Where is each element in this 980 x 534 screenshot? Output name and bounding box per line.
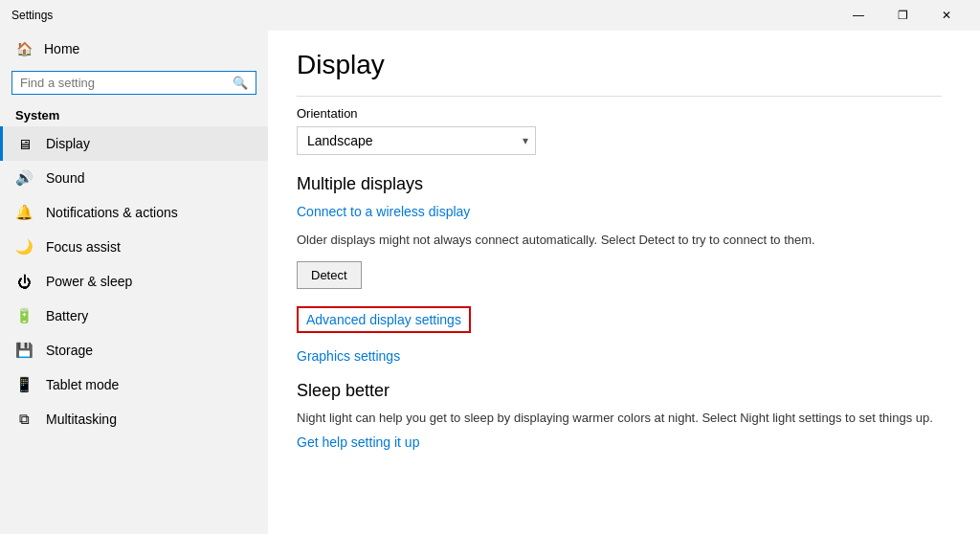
search-container: 🔍 [0,67,268,102]
search-icon: 🔍 [233,76,248,90]
search-box: 🔍 [11,71,256,95]
sidebar-item-label-sound: Sound [46,170,84,186]
sidebar-item-sound[interactable]: 🔊 Sound [0,161,268,195]
search-input[interactable] [20,76,227,90]
sidebar-item-label-tablet: Tablet mode [46,377,119,392]
graphics-link-wrapper: Graphics settings [297,348,942,381]
home-nav-item[interactable]: 🏠 Home [0,31,268,67]
sound-icon: 🔊 [15,169,33,187]
sidebar-item-storage[interactable]: 💾 Storage [0,333,268,367]
display-icon: 🖥 [15,135,33,152]
graphics-settings-link[interactable]: Graphics settings [297,348,400,364]
home-icon: 🏠 [15,40,33,57]
page-title: Display [297,50,942,80]
sidebar: 🏠 Home 🔍 System 🖥 Display 🔊 Sound 🔔 Noti… [0,31,268,534]
system-section-label: System [0,102,268,126]
main-container: 🏠 Home 🔍 System 🖥 Display 🔊 Sound 🔔 Noti… [0,31,980,534]
sidebar-item-label-storage: Storage [46,343,93,358]
sleep-description: Night light can help you get to sleep by… [297,409,942,428]
orientation-select-container: Landscape Portrait Landscape (flipped) P… [297,126,536,155]
sidebar-item-label-focus: Focus assist [46,239,121,255]
window-controls: — ❐ ✕ [836,0,969,31]
sidebar-item-notifications[interactable]: 🔔 Notifications & actions [0,195,268,230]
connect-wireless-link[interactable]: Connect to a wireless display [297,204,470,219]
home-label: Home [44,41,79,56]
tablet-icon: 📱 [15,376,33,393]
night-light-link[interactable]: Get help setting it up [297,434,419,450]
power-icon: ⏻ [15,273,33,290]
storage-icon: 💾 [15,342,33,359]
sidebar-item-power[interactable]: ⏻ Power & sleep [0,264,268,299]
focus-icon: 🌙 [15,238,33,256]
advanced-link-wrapper: Advanced display settings [297,306,942,341]
sidebar-item-label-battery: Battery [46,308,88,323]
sidebar-item-focus[interactable]: 🌙 Focus assist [0,230,268,264]
orientation-section: Orientation Landscape Portrait Landscape… [297,96,942,155]
orientation-select[interactable]: Landscape Portrait Landscape (flipped) P… [297,126,536,155]
sidebar-item-multitasking[interactable]: ⧉ Multitasking [0,402,268,436]
battery-icon: 🔋 [15,307,33,324]
sidebar-item-label-notifications: Notifications & actions [46,205,178,220]
multiple-displays-heading: Multiple displays [297,174,942,194]
sidebar-item-tablet[interactable]: 📱 Tablet mode [0,367,268,402]
sidebar-item-label-power: Power & sleep [46,274,132,289]
detect-button[interactable]: Detect [297,261,362,289]
displays-description: Older displays might not always connect … [297,231,942,250]
advanced-link-highlight-box: Advanced display settings [297,306,471,333]
maximize-button[interactable]: ❐ [880,0,924,31]
sidebar-item-battery[interactable]: 🔋 Battery [0,299,268,333]
sleep-heading: Sleep better [297,381,942,401]
multitasking-icon: ⧉ [15,411,33,428]
advanced-display-settings-link[interactable]: Advanced display settings [306,312,461,327]
sidebar-item-label-display: Display [46,136,90,151]
notifications-icon: 🔔 [15,204,33,221]
app-title: Settings [11,9,53,22]
sidebar-item-display[interactable]: 🖥 Display [0,126,268,161]
close-button[interactable]: ✕ [924,0,969,31]
titlebar: Settings — ❐ ✕ [0,0,980,31]
minimize-button[interactable]: — [836,0,880,31]
content-area: Display Orientation Landscape Portrait L… [268,31,980,534]
orientation-label: Orientation [297,106,942,121]
sidebar-item-label-multitasking: Multitasking [46,412,117,427]
